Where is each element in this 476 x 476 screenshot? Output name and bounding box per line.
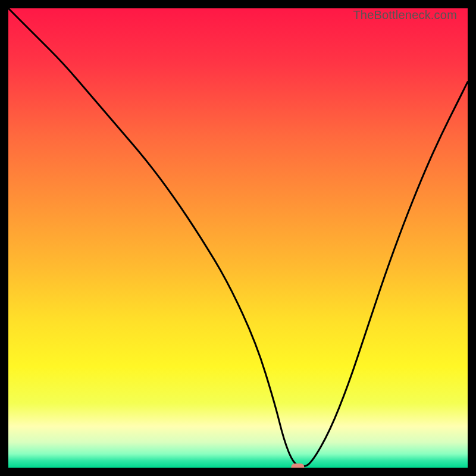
watermark-text: TheBottleneck.com [353, 8, 457, 22]
bottleneck-curve [8, 8, 468, 466]
plot-area: TheBottleneck.com [8, 8, 468, 468]
chart-frame: TheBottleneck.com [0, 0, 476, 476]
curve-layer [8, 8, 468, 468]
optimal-point-marker [291, 464, 304, 468]
